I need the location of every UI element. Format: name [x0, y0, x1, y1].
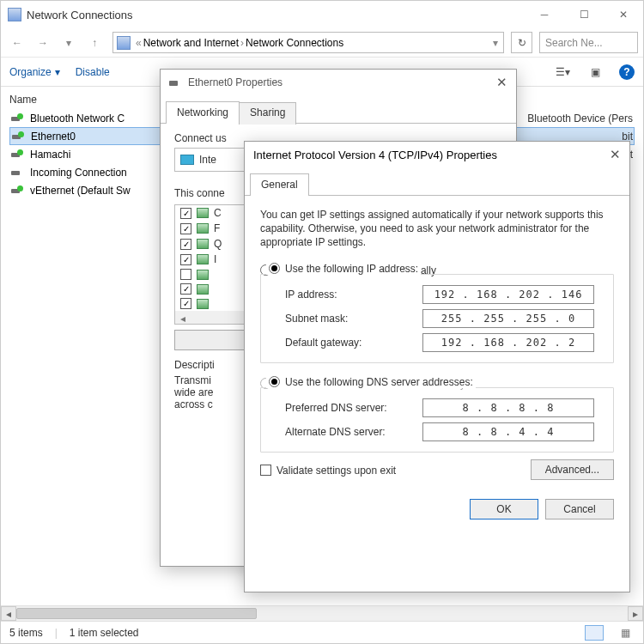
- conn-name: Hamachi: [30, 149, 70, 161]
- alternate-dns-label: Alternate DNS server:: [285, 426, 422, 438]
- conn-name: vEthernet (Default Sw: [30, 185, 131, 197]
- protocol-icon: [197, 284, 209, 295]
- protocol-icon: [197, 223, 209, 234]
- protocol-icon: [197, 254, 209, 264]
- scroll-right-button[interactable]: ▸: [628, 606, 643, 621]
- window-icon: [8, 8, 21, 21]
- status-selected: 1 item selected: [70, 627, 139, 639]
- conn-name: Bluetooth Network C: [30, 112, 125, 125]
- large-icons-view-button[interactable]: ▦: [616, 625, 635, 641]
- adapter-icon: [11, 184, 25, 197]
- cancel-button[interactable]: Cancel: [545, 499, 614, 519]
- checkbox-icon[interactable]: ✓: [180, 254, 191, 265]
- close-button[interactable]: ✕: [604, 1, 643, 28]
- search-placeholder: Search Ne...: [545, 37, 603, 49]
- conn-device: Bluetooth Device (Pers: [527, 112, 633, 125]
- adapter-icon: [11, 112, 25, 125]
- preferred-dns-label: Preferred DNS server:: [285, 402, 422, 414]
- address-dropdown-icon[interactable]: ▾: [493, 37, 498, 49]
- checkbox-icon[interactable]: [180, 269, 191, 280]
- alternate-dns-input[interactable]: 8 . 8 . 4 . 4: [422, 422, 594, 441]
- radio-dns-manual[interactable]: Use the following DNS server addresses:: [266, 376, 476, 388]
- adapter-icon: [11, 166, 25, 179]
- horizontal-scrollbar[interactable]: ◂ ▸: [1, 605, 643, 621]
- adapter-name: Inte: [199, 154, 216, 166]
- ok-button[interactable]: OK: [470, 499, 538, 519]
- dialog-title: Internet Protocol Version 4 (TCP/IPv4) P…: [253, 149, 610, 161]
- checkbox-icon[interactable]: ✓: [180, 208, 191, 219]
- back-button[interactable]: ←: [6, 32, 28, 54]
- search-input[interactable]: Search Ne...: [539, 32, 638, 53]
- minimize-button[interactable]: ─: [525, 1, 564, 28]
- info-text: You can get IP settings assigned automat…: [260, 208, 614, 250]
- dialog-body: You can get IP settings assigned automat…: [245, 196, 629, 530]
- chevron-down-icon: ▾: [55, 66, 60, 78]
- protocol-icon: [197, 208, 209, 218]
- recent-dropdown[interactable]: ▾: [58, 32, 80, 54]
- conn-name: Incoming Connection: [30, 167, 127, 179]
- tab-sharing[interactable]: Sharing: [239, 102, 296, 125]
- breadcrumb-seg-2[interactable]: Network Connections: [246, 37, 343, 49]
- description-label: Descripti: [174, 359, 215, 371]
- dialog-close-button[interactable]: ✕: [610, 147, 621, 162]
- dialog-title: Ethernet0 Properties: [188, 76, 496, 88]
- scroll-thumb[interactable]: [16, 608, 257, 619]
- forward-button[interactable]: →: [32, 32, 54, 54]
- checkbox-icon: [260, 465, 271, 476]
- radio-icon: [269, 376, 280, 387]
- checkbox-icon[interactable]: ✓: [180, 223, 191, 234]
- breadcrumb-history-icon: «: [136, 37, 142, 49]
- preview-pane-button[interactable]: ▣: [586, 64, 604, 80]
- checkbox-icon[interactable]: ✓: [180, 298, 191, 309]
- tab-general[interactable]: General: [250, 173, 309, 196]
- view-options-button[interactable]: ☰▾: [554, 64, 571, 80]
- ip-address-label: IP address:: [285, 289, 422, 301]
- conn-name: Ethernet0: [31, 131, 76, 143]
- address-bar[interactable]: « Network and Internet › Network Connect…: [112, 32, 504, 53]
- dialog-titlebar: Internet Protocol Version 4 (TCP/IPv4) P…: [245, 142, 629, 167]
- status-count: 5 items: [9, 627, 43, 639]
- advanced-button[interactable]: Advanced...: [531, 459, 614, 480]
- default-gateway-input[interactable]: 192 . 168 . 202 . 2: [422, 333, 594, 352]
- scroll-left-button[interactable]: ◂: [1, 606, 16, 621]
- subnet-mask-label: Subnet mask:: [285, 313, 422, 325]
- checkbox-icon[interactable]: ✓: [180, 283, 191, 295]
- default-gateway-label: Default gateway:: [285, 337, 422, 349]
- up-button[interactable]: ↑: [83, 32, 106, 54]
- details-view-button[interactable]: [585, 625, 604, 641]
- adapter-icon: [12, 130, 26, 143]
- ip-address-input[interactable]: 192 . 168 . 202 . 146: [422, 285, 594, 304]
- protocol-icon: [197, 299, 209, 309]
- dialog-icon: [169, 76, 183, 89]
- ipv4-properties-dialog: Internet Protocol Version 4 (TCP/IPv4) P…: [244, 141, 630, 592]
- refresh-button[interactable]: ↻: [511, 32, 532, 53]
- dialog-close-button[interactable]: ✕: [496, 75, 507, 90]
- chevron-right-icon: ›: [240, 37, 244, 49]
- dialog-titlebar: Ethernet0 Properties ✕: [161, 70, 516, 95]
- tab-networking[interactable]: Networking: [166, 101, 240, 124]
- checkbox-icon[interactable]: ✓: [180, 239, 191, 250]
- organize-menu[interactable]: Organize▾: [9, 66, 60, 78]
- preferred-dns-input[interactable]: 8 . 8 . 8 . 8: [422, 398, 594, 417]
- tabstrip: Networking Sharing: [161, 100, 516, 124]
- address-toolbar: ← → ▾ ↑ « Network and Internet › Network…: [1, 28, 643, 58]
- window-title: Network Connections: [27, 9, 525, 21]
- status-bar: 5 items | 1 item selected ▦: [1, 621, 643, 643]
- radio-icon: [269, 263, 280, 274]
- adapter-icon: [11, 148, 25, 161]
- subnet-mask-input[interactable]: 255 . 255 . 255 . 0: [422, 309, 594, 328]
- help-button[interactable]: ?: [619, 64, 635, 80]
- location-icon: [117, 36, 131, 50]
- protocol-icon: [197, 239, 209, 249]
- protocol-icon: [197, 270, 209, 280]
- nic-icon: [180, 155, 194, 165]
- maximize-button[interactable]: ☐: [564, 1, 604, 28]
- disable-button[interactable]: Disable: [76, 66, 110, 78]
- radio-ip-manual[interactable]: Use the following IP address:: [266, 263, 421, 275]
- tabstrip: General: [245, 173, 629, 196]
- breadcrumb-seg-1[interactable]: Network and Internet: [143, 37, 239, 49]
- titlebar: Network Connections ─ ☐ ✕: [1, 1, 643, 28]
